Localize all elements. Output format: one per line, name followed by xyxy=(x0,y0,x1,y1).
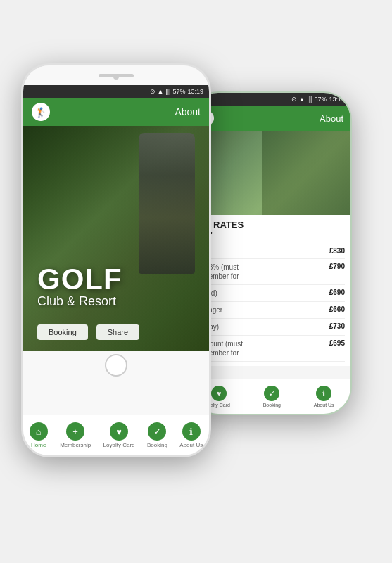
booking-label: Booking xyxy=(147,442,167,448)
booking-icon-back: ✓ xyxy=(264,386,279,401)
loyalty-label-back: yalty Card xyxy=(208,403,230,407)
rate-row-4: o longer £660 xyxy=(197,302,345,319)
battery-front: 57% xyxy=(172,88,185,95)
hero-background xyxy=(23,126,209,351)
about-label: About Us xyxy=(179,442,203,448)
about-icon: ℹ xyxy=(182,422,201,441)
rate-row-5: Friday) £730 xyxy=(197,319,345,336)
battery-icon: 57% xyxy=(314,96,327,103)
hero-title: GOLF xyxy=(37,265,122,294)
content-area-back: ON RATES 017 £830 unt 8% (mustg member f… xyxy=(191,131,350,379)
about-label-front: About xyxy=(175,106,201,118)
nav-booking-back[interactable]: ✓ Booking xyxy=(263,386,281,407)
nav-booking[interactable]: ✓ Booking xyxy=(147,422,167,448)
app-bar-front: 🏌 About xyxy=(23,98,209,126)
rate-row-2: unt 8% (mustg member for £790 xyxy=(197,259,345,285)
membership-label: Membership xyxy=(60,442,91,448)
rate-row-1: £830 xyxy=(197,243,345,259)
status-bar-back: ⊙ ▲ ||| 57% 13:19 xyxy=(191,93,350,106)
nav-home[interactable]: ⌂ Home xyxy=(30,422,48,448)
top-bar xyxy=(23,65,209,85)
bottom-nav-back: ♥ yalty Card ✓ Booking ℹ About Us xyxy=(191,379,350,414)
wifi-icon-front: ▲ xyxy=(158,88,164,95)
hero-text-area: GOLF Club & Resort xyxy=(37,265,122,309)
rates-section: ON RATES 017 £830 unt 8% (mustg member f… xyxy=(191,215,350,366)
home-icon: ⌂ xyxy=(30,422,48,441)
golf-logo-front: 🏌 xyxy=(32,103,50,121)
nav-membership[interactable]: + Membership xyxy=(60,422,91,448)
hero-subtitle: Club & Resort xyxy=(37,294,122,309)
hero-image-back xyxy=(191,131,350,215)
phone-back: ⊙ ▲ ||| 57% 13:19 🏌 About ON RATES 017 £… xyxy=(190,91,352,415)
signal-icon-front: ||| xyxy=(165,88,170,95)
about-label-back: About xyxy=(320,113,343,124)
loyalty-icon-back: ♥ xyxy=(211,386,227,401)
nav-loyalty[interactable]: ♥ Loyalty Card xyxy=(103,422,135,448)
nav-loyalty-back[interactable]: ♥ yalty Card xyxy=(208,386,230,407)
hero-section: GOLF Club & Resort Booking Share xyxy=(23,126,209,351)
home-label: Home xyxy=(31,442,46,448)
hero-buttons: Booking Share xyxy=(37,324,139,340)
time-front: 13:19 xyxy=(187,88,203,95)
share-button[interactable]: Share xyxy=(96,324,139,340)
clock-icon-front: ⊙ xyxy=(150,88,156,95)
speaker xyxy=(99,74,134,77)
booking-button[interactable]: Booking xyxy=(37,324,88,340)
status-bar-front: ⊙ ▲ ||| 57% 13:19 xyxy=(23,85,209,98)
clock-icon: ⊙ xyxy=(291,96,297,103)
status-icons-back: ⊙ ▲ ||| 57% 13:19 xyxy=(291,96,345,103)
loyalty-label: Loyalty Card xyxy=(103,442,135,448)
booking-label-back: Booking xyxy=(263,403,281,407)
nav-about-back[interactable]: ℹ About Us xyxy=(314,386,334,407)
about-label-back-nav: About Us xyxy=(314,403,334,407)
loyalty-icon: ♥ xyxy=(110,422,128,441)
about-icon-back: ℹ xyxy=(316,386,331,401)
status-icons-front: ⊙ ▲ ||| 57% 13:19 xyxy=(150,88,203,95)
membership-icon: + xyxy=(66,422,84,441)
time-display: 13:19 xyxy=(329,96,345,103)
booking-icon: ✓ xyxy=(148,422,166,441)
rate-row-6: discount (mustg member for £695 xyxy=(197,336,345,362)
home-button[interactable] xyxy=(105,354,127,377)
rate-row-3: ffered) £690 xyxy=(197,285,345,302)
home-button-area xyxy=(23,351,209,379)
nav-about[interactable]: ℹ About Us xyxy=(179,422,203,448)
app-bar-back: 🏌 About xyxy=(191,106,350,131)
signal-icon: ||| xyxy=(307,96,312,103)
rates-title: ON RATES 017 xyxy=(197,220,345,241)
wifi-icon: ▲ xyxy=(299,96,305,103)
bottom-nav-front: ⌂ Home + Membership ♥ Loyalty Card ✓ Boo… xyxy=(23,415,209,455)
phone-front: ⊙ ▲ ||| 57% 13:19 🏌 About GOLF Club & Re… xyxy=(21,63,211,457)
